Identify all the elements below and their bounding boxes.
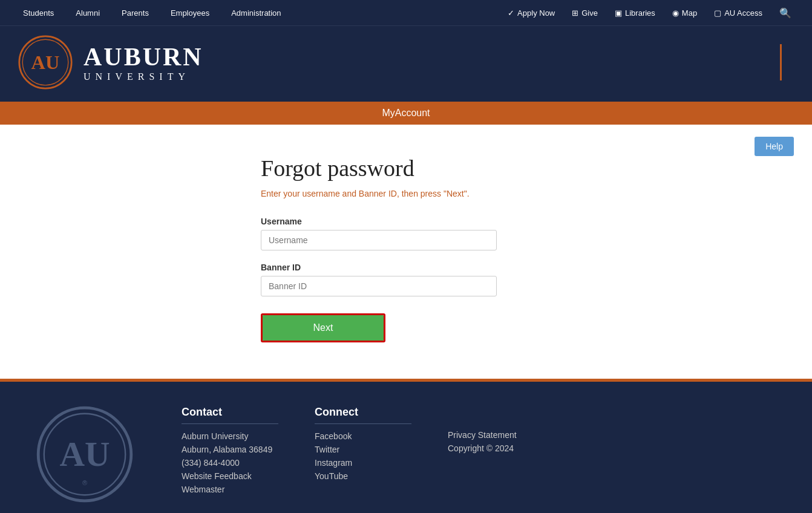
nav-give[interactable]: ⊞ Give — [563, 0, 606, 25]
main-content: Help Forgot password Enter your username… — [0, 125, 812, 379]
nav-apply-now[interactable]: ✓ Apply Now — [499, 0, 563, 25]
top-navigation: Students Alumni Parents Employees Admini… — [0, 0, 812, 25]
footer-connect-column: Connect Facebook Twitter Instagram YouTu… — [315, 406, 411, 498]
footer-privacy-statement[interactable]: Privacy Statement — [448, 430, 517, 440]
next-button-wrapper: Next — [261, 313, 385, 342]
page-title: Forgot password — [261, 155, 588, 181]
svg-text:AU: AU — [31, 51, 60, 73]
svg-text:AU: AU — [59, 435, 110, 473]
username-input[interactable] — [261, 230, 497, 250]
nav-alumni[interactable]: Alumni — [65, 0, 111, 25]
nav-administration[interactable]: Administration — [220, 0, 292, 25]
nav-libraries[interactable]: ▣ Libraries — [606, 0, 664, 25]
instruction-text: Enter your username and Banner ID, then … — [261, 189, 588, 198]
map-pin-icon: ◉ — [672, 8, 679, 18]
footer-facebook[interactable]: Facebook — [315, 431, 411, 441]
connect-heading: Connect — [315, 406, 411, 424]
footer-address: Auburn, Alabama 36849 — [182, 445, 278, 454]
footer-instagram[interactable]: Instagram — [315, 458, 411, 468]
top-nav-right: ✓ Apply Now ⊞ Give ▣ Libraries ◉ Map ▢ A… — [499, 0, 800, 25]
search-button[interactable]: 🔍 — [771, 0, 800, 25]
next-button[interactable]: Next — [263, 315, 384, 341]
top-nav-left: Students Alumni Parents Employees Admini… — [12, 0, 499, 25]
footer-columns: Contact Auburn University Auburn, Alabam… — [182, 406, 776, 498]
logo-text: AUBURN UNIVERSITY — [83, 42, 203, 82]
svg-text:®: ® — [82, 479, 88, 486]
nav-employees[interactable]: Employees — [160, 0, 220, 25]
footer-university-name[interactable]: Auburn University — [182, 431, 278, 441]
checkmark-icon: ✓ — [508, 8, 514, 18]
search-icon: 🔍 — [779, 7, 791, 19]
form-container: Forgot password Enter your username and … — [224, 155, 588, 342]
banner-id-input[interactable] — [261, 276, 497, 296]
nav-map[interactable]: ◉ Map — [664, 0, 706, 25]
contact-heading: Contact — [182, 406, 278, 424]
footer-webmaster[interactable]: Webmaster — [182, 485, 278, 494]
site-header: AU AUBURN UNIVERSITY — [0, 25, 812, 102]
username-group: Username — [261, 217, 588, 250]
help-button[interactable]: Help — [755, 137, 794, 156]
footer-logo: AU ® — [36, 406, 145, 505]
username-label: Username — [261, 217, 588, 226]
site-footer: AU ® Contact Auburn University Auburn, A… — [0, 382, 812, 513]
auburn-logo: AU — [18, 35, 73, 90]
banner-id-group: Banner ID — [261, 263, 588, 296]
logo-container[interactable]: AU AUBURN UNIVERSITY — [18, 35, 203, 90]
footer-copyright: Copyright © 2024 — [448, 443, 517, 453]
footer-contact-column: Contact Auburn University Auburn, Alabam… — [182, 406, 278, 498]
device-icon: ▢ — [714, 8, 721, 18]
footer-legal-column: Privacy Statement Copyright © 2024 — [448, 406, 517, 498]
vertical-bar — [780, 44, 782, 80]
footer-au-logo: AU ® — [36, 406, 133, 503]
footer-twitter[interactable]: Twitter — [315, 445, 411, 454]
myaccount-banner: MyAccount — [0, 102, 812, 125]
nav-parents[interactable]: Parents — [111, 0, 160, 25]
footer-phone[interactable]: (334) 844-4000 — [182, 458, 278, 468]
nav-au-access[interactable]: ▢ AU Access — [706, 0, 771, 25]
banner-id-label: Banner ID — [261, 263, 588, 272]
grid-icon: ⊞ — [572, 8, 578, 18]
header-right — [203, 44, 794, 80]
footer-youtube[interactable]: YouTube — [315, 471, 411, 481]
book-icon: ▣ — [615, 8, 622, 18]
footer-website-feedback[interactable]: Website Feedback — [182, 471, 278, 481]
nav-students[interactable]: Students — [12, 0, 65, 25]
